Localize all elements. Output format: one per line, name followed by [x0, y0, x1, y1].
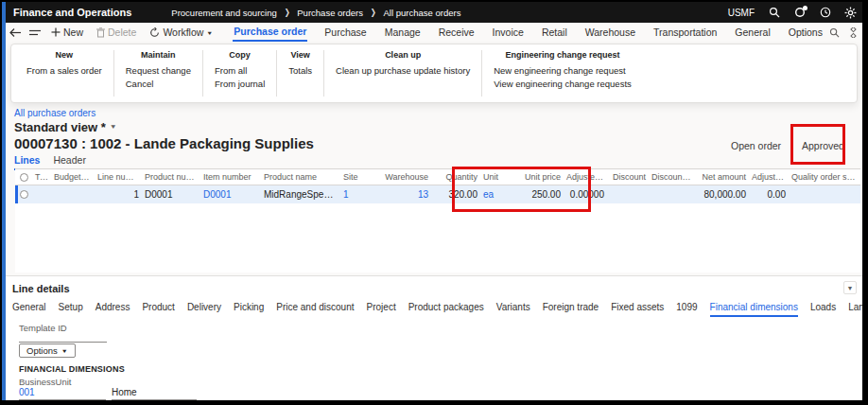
- office-apps-icon[interactable]: [847, 26, 860, 39]
- tab-address[interactable]: Address: [95, 302, 130, 317]
- col-product-number[interactable]: Product number: [142, 172, 200, 182]
- clock-icon[interactable]: [819, 7, 831, 19]
- col-unit[interactable]: Unit: [480, 172, 509, 182]
- request-change-button[interactable]: Request change: [126, 64, 191, 78]
- col-budget-check[interactable]: Budget check r...: [51, 172, 95, 182]
- tab-invoice[interactable]: Invoice: [492, 24, 525, 41]
- tab-general[interactable]: General: [734, 24, 771, 41]
- collapse-panel-button[interactable]: ▼: [843, 281, 857, 294]
- col-net-amount[interactable]: Net amount: [694, 172, 749, 182]
- col-discount[interactable]: Discount: [607, 172, 649, 182]
- col-adjusted-unit[interactable]: Adjusted unit ...: [564, 172, 607, 182]
- tab-product-packages[interactable]: Product packages: [408, 302, 484, 317]
- tab-loads[interactable]: Loads: [810, 302, 836, 317]
- search-icon[interactable]: [829, 26, 840, 39]
- view-selector[interactable]: Standard view * ▼: [14, 120, 117, 134]
- business-unit-name-field[interactable]: Home: [112, 387, 197, 400]
- new-button[interactable]: New: [51, 26, 83, 38]
- settings-gear-icon[interactable]: [844, 7, 857, 19]
- search-icon[interactable]: [768, 7, 780, 19]
- notifications-icon[interactable]: [793, 7, 806, 19]
- tab-landed-cost[interactable]: Landed cost: [848, 302, 862, 317]
- col-adjusted-net[interactable]: Adjusted net a...: [749, 172, 789, 182]
- template-id-input[interactable]: [19, 331, 107, 343]
- order-status-value: Open order: [731, 140, 781, 151]
- col-discount-percent[interactable]: Discount perce...: [649, 172, 694, 182]
- tab-picking[interactable]: Picking: [234, 302, 264, 317]
- col-product-name[interactable]: Product name: [261, 172, 340, 182]
- back-arrow-icon[interactable]: [9, 26, 22, 39]
- tab-manage[interactable]: Manage: [384, 24, 422, 41]
- col-quality-order-status[interactable]: Quality order status: [789, 172, 860, 182]
- cell-item-number[interactable]: D0001: [200, 189, 261, 200]
- tab-retail[interactable]: Retail: [541, 24, 568, 41]
- business-unit-label: BusinessUnit: [19, 377, 71, 387]
- cancel-button[interactable]: Cancel: [126, 78, 191, 91]
- breadcrumb-item[interactable]: Procurement and sourcing: [171, 8, 276, 18]
- tab-setup[interactable]: Setup: [59, 302, 83, 317]
- col-type[interactable]: Ty...: [32, 172, 51, 182]
- tab-financial-dimensions[interactable]: Financial dimensions: [710, 302, 798, 317]
- select-all-checkbox[interactable]: [15, 173, 32, 182]
- radio-circle-icon: [20, 190, 28, 199]
- all-purchase-orders-link[interactable]: All purchase orders: [14, 108, 95, 118]
- breadcrumb-item[interactable]: All purchase orders: [384, 8, 461, 18]
- tab-price-and-discount[interactable]: Price and discount: [276, 302, 354, 317]
- cell-unit[interactable]: ea: [480, 189, 509, 200]
- clean-up-purchase-update-history-button[interactable]: Clean up purchase update history: [336, 64, 470, 78]
- tab-fixed-assets[interactable]: Fixed assets: [611, 302, 664, 317]
- view-engineering-change-requests-button[interactable]: View engineering change requests: [494, 78, 632, 91]
- tab-purchase[interactable]: Purchase: [323, 24, 367, 41]
- screenshot-frame: Finance and Operations Procurement and s…: [0, 0, 868, 405]
- top-navbar: Finance and Operations Procurement and s…: [2, 2, 862, 23]
- delete-button[interactable]: Delete: [96, 26, 136, 38]
- radio-circle-icon: [20, 173, 28, 182]
- chevron-right-icon: ❯: [284, 8, 289, 17]
- tab-1099[interactable]: 1099: [676, 302, 697, 317]
- app-window: Finance and Operations Procurement and s…: [2, 2, 862, 400]
- tab-purchase-order[interactable]: Purchase order: [233, 23, 307, 42]
- tab-receive[interactable]: Receive: [438, 24, 476, 41]
- row-select-checkbox[interactable]: [15, 190, 32, 199]
- workflow-icon: [149, 27, 160, 38]
- new-engineering-change-request-button[interactable]: New engineering change request: [494, 64, 632, 78]
- col-quantity[interactable]: Quantity: [431, 172, 480, 182]
- col-item-number[interactable]: Item number: [200, 172, 261, 182]
- cell-site[interactable]: 1: [340, 189, 378, 200]
- from-journal-button[interactable]: From journal: [215, 78, 265, 91]
- ribbon-group-new: New From a sales order: [15, 50, 114, 97]
- tab-general[interactable]: General: [12, 302, 46, 317]
- col-line-number[interactable]: Line number: [95, 172, 142, 182]
- workflow-button[interactable]: Workflow ▼: [149, 26, 213, 38]
- tab-product[interactable]: Product: [142, 302, 174, 317]
- options-button[interactable]: Options ▼: [19, 343, 76, 358]
- tab-warehouse[interactable]: Warehouse: [584, 24, 636, 41]
- page-title: 00007130 : 1002 - Lande Packaging Suppli…: [14, 135, 314, 151]
- company-picker[interactable]: USMF: [728, 8, 755, 18]
- tab-delivery[interactable]: Delivery: [187, 302, 221, 317]
- from-a-sales-order-button[interactable]: From a sales order: [26, 64, 102, 78]
- cell-product-name: MidRangeSpeaker: [261, 189, 340, 200]
- tab-project[interactable]: Project: [367, 302, 396, 317]
- chevron-down-icon: ▼: [110, 124, 117, 131]
- col-warehouse[interactable]: Warehouse: [378, 172, 431, 182]
- tab-options[interactable]: Options: [788, 24, 824, 41]
- notification-badge: [803, 6, 807, 10]
- ribbon-group-title: Maintain: [126, 50, 191, 60]
- col-site[interactable]: Site: [340, 172, 378, 182]
- business-unit-code-field[interactable]: 001: [19, 387, 106, 400]
- breadcrumb-item[interactable]: Purchase orders: [297, 8, 363, 18]
- tab-foreign-trade[interactable]: Foreign trade: [543, 302, 599, 317]
- ribbon-group-title: New: [26, 50, 102, 60]
- chevron-right-icon: ❯: [371, 8, 376, 17]
- totals-button[interactable]: Totals: [288, 64, 312, 78]
- menu-icon[interactable]: [29, 26, 41, 39]
- cell-warehouse[interactable]: 13: [378, 189, 431, 200]
- tab-variants[interactable]: Variants: [496, 302, 530, 317]
- table-row[interactable]: 1 D0001 D0001 MidRangeSpeaker 1 13 320.0…: [15, 185, 860, 203]
- from-all-button[interactable]: From all: [215, 64, 265, 78]
- purchase-order-lines-grid: Ty... Budget check r... Line number Prod…: [15, 168, 860, 273]
- tab-transportation[interactable]: Transportation: [652, 24, 718, 41]
- col-unit-price[interactable]: Unit price: [509, 172, 564, 182]
- new-button-label: New: [63, 26, 83, 38]
